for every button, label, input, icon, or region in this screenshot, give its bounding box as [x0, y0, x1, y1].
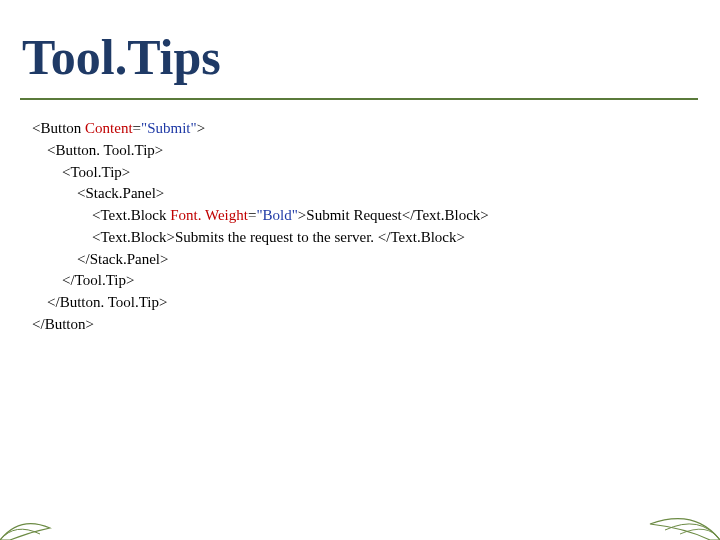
code-line-7: </Stack.Panel>	[32, 251, 169, 267]
code-line-4: <Stack.Panel>	[32, 185, 164, 201]
code-line-9: </Button. Tool.Tip>	[32, 294, 168, 310]
code-line-5: <Text.Block Font. Weight="Bold">Submit R…	[32, 207, 489, 223]
corner-flourish-left-icon	[0, 510, 60, 540]
title-underline	[20, 98, 698, 100]
code-line-3: <Tool.Tip>	[32, 164, 130, 180]
code-line-6: <Text.Block>Submits the request to the s…	[32, 229, 465, 245]
slide-title: Tool.Tips	[22, 28, 221, 86]
code-line-1: <Button Content="Submit">	[32, 120, 205, 136]
code-block: <Button Content="Submit"> <Button. Tool.…	[32, 118, 489, 336]
code-line-2: <Button. Tool.Tip>	[32, 142, 163, 158]
code-line-10: </Button>	[32, 316, 94, 332]
corner-flourish-right-icon	[640, 504, 720, 540]
code-line-8: </Tool.Tip>	[32, 272, 134, 288]
